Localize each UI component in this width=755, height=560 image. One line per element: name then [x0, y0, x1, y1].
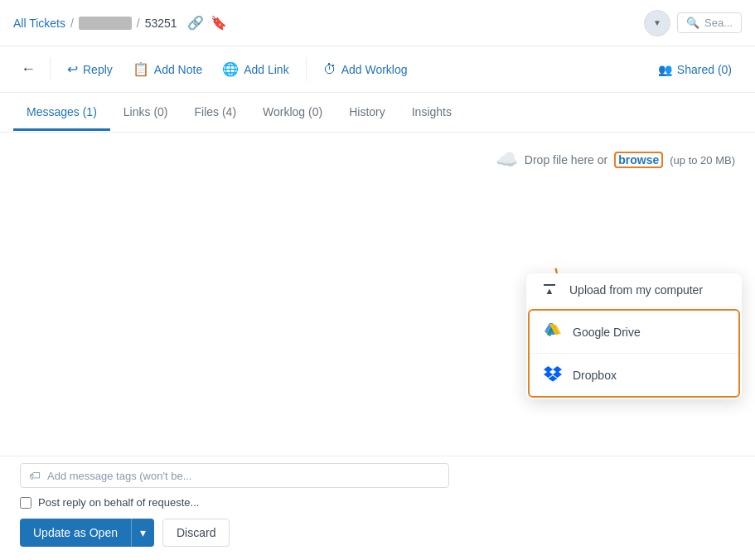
drop-text: Drop file here or [525, 153, 607, 167]
search-icon: 🔍 [686, 17, 699, 29]
shared-label: Shared (0) [677, 63, 732, 76]
tab-links[interactable]: Links (0) [110, 95, 181, 131]
bookmark-icon[interactable]: 🔖 [211, 15, 227, 31]
discard-button[interactable]: Discard [162, 519, 230, 547]
dropbox-label: Dropbox [573, 369, 617, 382]
breadcrumb-icons: 🔗 🔖 [187, 15, 227, 31]
reply-label: Reply [83, 63, 113, 76]
upload-computer-label: Upload from my computer [569, 283, 703, 297]
breadcrumb-sep-2: / [137, 17, 140, 30]
search-label: Sea... [704, 17, 733, 29]
dropbox-icon [543, 364, 563, 386]
bottom-area: 🏷 Add message tags (won't be... Post rep… [0, 456, 755, 560]
tags-input-row[interactable]: 🏷 Add message tags (won't be... [20, 463, 449, 488]
browse-dropdown: ▲ Upload from my computer [526, 273, 742, 399]
top-right-controls: ▼ 🔍 Sea... [644, 10, 742, 36]
tab-insights[interactable]: Insights [399, 95, 465, 131]
action-row: Update as Open ▾ Discard [20, 519, 735, 547]
action-bar-divider [50, 58, 51, 81]
add-worklog-button[interactable]: ⏱ Add Worklog [313, 57, 418, 82]
reply-icon: ↩ [67, 61, 78, 77]
all-tickets-link[interactable]: All Tickets [13, 17, 65, 30]
drop-zone: ☁️ Drop file here or browse (up to 20 MB… [496, 149, 735, 171]
search-trigger[interactable]: 🔍 Sea... [677, 12, 742, 33]
tab-history[interactable]: History [336, 95, 399, 131]
tags-placeholder: Add message tags (won't be... [47, 470, 191, 482]
tab-messages[interactable]: Messages (1) [13, 95, 110, 131]
tabs-bar: Messages (1) Links (0) Files (4) Worklog… [0, 93, 755, 133]
tag-icon: 🏷 [29, 469, 41, 482]
action-bar-divider-2 [306, 58, 307, 81]
action-bar: ← ↩ Reply 📋 Add Note 🌐 Add Link ⏱ Add Wo… [0, 46, 755, 93]
dropbox-item[interactable]: Dropbox [530, 354, 738, 396]
user-avatar-btn[interactable]: ▼ [644, 10, 670, 36]
top-bar: All Tickets / Bold Sig... / 53251 🔗 🔖 ▼ … [0, 0, 755, 46]
post-reply-checkbox-row: Post reply on behalf of requeste... [20, 496, 735, 509]
tab-worklog[interactable]: Worklog (0) [249, 95, 336, 131]
ticket-number: 53251 [145, 17, 177, 30]
google-drive-label: Google Drive [573, 326, 641, 339]
add-link-button[interactable]: 🌐 Add Link [212, 56, 298, 82]
update-btn-label: Update as Open [20, 519, 131, 547]
post-reply-checkbox[interactable] [20, 497, 31, 509]
breadcrumb: All Tickets / Bold Sig... / 53251 🔗 🔖 [13, 15, 227, 31]
size-hint: (up to 20 MB) [670, 154, 735, 167]
shared-button[interactable]: 👥 Shared (0) [648, 58, 742, 81]
add-link-icon: 🌐 [222, 61, 239, 77]
add-link-label: Add Link [244, 63, 288, 76]
link-icon[interactable]: 🔗 [187, 15, 204, 31]
company-name: Bold Sig... [79, 17, 132, 30]
add-note-icon: 📋 [133, 61, 149, 77]
tab-files[interactable]: Files (4) [181, 95, 250, 131]
add-worklog-icon: ⏱ [323, 62, 336, 77]
back-icon: ← [21, 60, 36, 78]
drop-zone-row: ☁️ Drop file here or browse (up to 20 MB… [0, 139, 755, 181]
google-drive-icon [543, 321, 563, 343]
shared-icon: 👥 [658, 63, 672, 76]
post-reply-label: Post reply on behalf of requeste... [38, 496, 199, 509]
breadcrumb-sep-1: / [70, 17, 74, 30]
add-note-button[interactable]: 📋 Add Note [123, 56, 212, 82]
browse-link[interactable]: browse [614, 152, 663, 168]
update-as-open-button[interactable]: Update as Open ▾ [20, 519, 154, 547]
update-btn-dropdown-icon[interactable]: ▾ [131, 519, 154, 547]
google-drive-item[interactable]: Google Drive [530, 311, 738, 354]
add-note-label: Add Note [154, 63, 202, 76]
cloud-upload-icon: ☁️ [496, 149, 518, 171]
back-button[interactable]: ← [13, 55, 43, 84]
upload-computer-item[interactable]: ▲ Upload from my computer [526, 273, 742, 307]
reply-button[interactable]: ↩ Reply [57, 56, 123, 82]
add-worklog-label: Add Worklog [341, 63, 408, 76]
main-content: ☁️ Drop file here or browse (up to 20 MB… [0, 133, 755, 560]
orange-group: Google Drive Dropbox [528, 309, 740, 398]
upload-computer-icon: ▲ [540, 284, 559, 296]
